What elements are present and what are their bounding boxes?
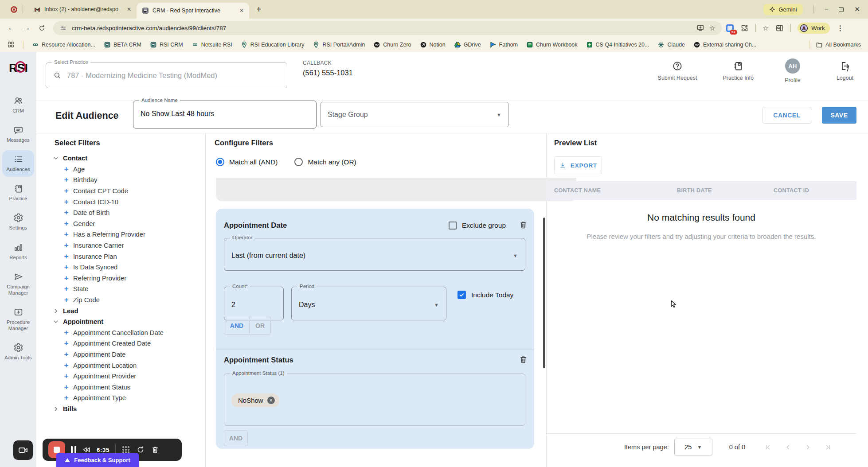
add-filter-icon[interactable]: + (63, 350, 70, 359)
gemini-button[interactable]: Gemini (763, 4, 802, 15)
send-to-device-icon[interactable] (696, 24, 704, 32)
cancel-button[interactable]: CANCEL (762, 107, 811, 124)
delete-group-icon[interactable] (519, 220, 528, 230)
sidebar-item-settings[interactable]: Settings (2, 209, 34, 235)
filter-tree-birthday[interactable]: +Birthday (52, 175, 203, 186)
filter-tree-appointment[interactable]: Appointment (52, 316, 203, 327)
sidebar-item-procedure-manager[interactable]: Procedure Manager (2, 303, 34, 336)
close-tab-icon[interactable]: ✕ (127, 6, 131, 12)
profile-chip[interactable]: Work (798, 23, 830, 34)
add-filter-icon[interactable]: + (63, 198, 70, 206)
page-size-select[interactable]: 25▼ (674, 439, 712, 455)
close-window-button[interactable]: ✕ (854, 5, 860, 13)
forward-button[interactable]: → (20, 21, 34, 35)
bookmark-external-sharing-ch[interactable]: External sharing Ch... (693, 41, 756, 48)
rewind-icon[interactable] (82, 445, 91, 454)
add-filter-icon[interactable]: + (63, 208, 70, 217)
operator-select[interactable]: Operator Last (from current date) ▼ (224, 238, 525, 271)
delete-group-icon[interactable] (519, 355, 528, 364)
apps-grid-icon[interactable] (7, 41, 15, 48)
filter-tree-appointment-status[interactable]: +Appointment Status (52, 381, 203, 393)
back-button[interactable]: ← (4, 21, 19, 35)
add-filter-icon[interactable]: + (63, 372, 70, 381)
last-page-button[interactable] (824, 443, 832, 451)
sidebar-item-practice[interactable]: Practice (2, 179, 34, 206)
save-button[interactable]: SAVE (822, 107, 856, 124)
filter-tree-bills[interactable]: Bills (52, 404, 203, 415)
period-select[interactable]: Period Days ▼ (291, 287, 446, 320)
close-tab-icon[interactable]: ✕ (239, 8, 244, 14)
filter-tree-age[interactable]: +Age (52, 164, 203, 175)
add-filter-icon[interactable]: + (63, 274, 70, 283)
add-filter-icon[interactable]: + (63, 219, 70, 228)
filter-tree-appointment-type[interactable]: +Appointment Type (52, 393, 203, 404)
add-filter-icon[interactable]: + (63, 263, 70, 272)
bookmark-cs-q4-initiatives-20[interactable]: CS Q4 Initiatives 20... (586, 41, 649, 48)
bookmark-churn-workbook[interactable]: Churn Workbook (526, 41, 578, 48)
filter-tree-date-of-birth[interactable]: +Date of Birth (52, 207, 203, 218)
filter-tree-appointment-cancellation-date[interactable]: +Appointment Cancellation Date (52, 327, 203, 339)
header-action-practice-info[interactable]: Practice Info (723, 61, 754, 83)
appointment-status-field[interactable]: Appointment Status (1) NoShow ✕ (224, 374, 525, 426)
filter-tree-lead[interactable]: Lead (52, 305, 203, 316)
include-today-checkbox[interactable]: Include Today (457, 291, 513, 299)
audience-name-input[interactable] (141, 110, 305, 118)
address-bar[interactable]: crm-beta.redspotinteractive.com/audienci… (53, 21, 722, 35)
blur-grid-icon[interactable] (121, 445, 130, 454)
kebab-menu-icon[interactable]: ⋮ (837, 24, 844, 32)
sidebar-item-messages[interactable]: Messages (2, 121, 34, 148)
header-action-profile[interactable]: AHProfile (779, 61, 806, 83)
sidebar-item-crm[interactable]: CRM (2, 92, 34, 118)
add-filter-icon[interactable]: + (63, 230, 70, 239)
add-filter-icon[interactable]: + (63, 361, 70, 370)
feedback-support-tab[interactable]: Feedback & Support (56, 453, 139, 467)
filter-tree-state[interactable]: +State (52, 284, 203, 295)
match-any-radio[interactable]: Match any (OR) (294, 158, 356, 166)
bookmark-beta-crm[interactable]: BETA CRM (104, 41, 141, 48)
select-practice-input[interactable] (67, 71, 280, 80)
filter-tree-contact-cpt-code[interactable]: +Contact CPT Code (52, 186, 203, 197)
bookmark-fathom[interactable]: Fathom (489, 41, 518, 48)
and-button[interactable]: AND (224, 430, 248, 446)
add-filter-icon[interactable]: + (63, 339, 70, 348)
camera-toggle-button[interactable] (13, 440, 33, 460)
or-button[interactable]: OR (250, 317, 271, 335)
scrollbar-thumb[interactable] (543, 218, 545, 368)
bookmark-claude[interactable]: Claude (657, 41, 685, 48)
new-tab-button[interactable]: + (256, 4, 262, 15)
sidebar-item-audiences[interactable]: Audiences (2, 150, 34, 177)
filter-tree-appointment-provider[interactable]: +Appointment Provider (52, 371, 203, 382)
restart-recording-icon[interactable] (136, 445, 145, 454)
bookmark-rsi-crm[interactable]: RSI CRM (150, 41, 183, 48)
bookmark-gdrive[interactable]: GDrive (454, 41, 481, 48)
all-bookmarks-button[interactable]: All Bookmarks (816, 41, 861, 48)
match-all-radio[interactable]: Match all (AND) (216, 158, 278, 166)
previous-page-button[interactable] (784, 443, 792, 451)
filter-tree-appointment-date[interactable]: +Appointment Date (52, 349, 203, 360)
add-filter-icon[interactable]: + (63, 241, 70, 250)
first-page-button[interactable] (764, 443, 772, 451)
filter-tree-insurance-plan[interactable]: +Insurance Plan (52, 251, 203, 262)
add-filter-icon[interactable]: + (63, 383, 70, 392)
delete-recording-icon[interactable] (151, 445, 160, 454)
add-filter-icon[interactable]: + (63, 393, 70, 402)
reload-button[interactable] (35, 21, 49, 35)
filter-tree-is-data-synced[interactable]: +Is Data Synced (52, 262, 203, 273)
extension-icon[interactable]: 9+ (726, 24, 734, 32)
select-practice-field[interactable]: Select Practice (46, 62, 287, 88)
bookmark-churn-zero[interactable]: Churn Zero (373, 41, 411, 48)
bookmark-rsi-portal-admin[interactable]: RSI Portal/Admin (313, 41, 365, 48)
status-chip[interactable]: NoShow ✕ (231, 393, 279, 407)
remove-chip-icon[interactable]: ✕ (267, 397, 275, 404)
side-panel-icon[interactable] (775, 24, 784, 32)
bookmark-rsi-education-library[interactable]: RSI Education Library (241, 41, 305, 48)
add-filter-icon[interactable]: + (63, 296, 70, 304)
filter-tree-insurance-carrier[interactable]: +Insurance Carrier (52, 240, 203, 251)
filter-tree-appointment-location[interactable]: +Appointment Location (52, 360, 203, 371)
filter-tree-contact-icd-10[interactable]: +Contact ICD-10 (52, 196, 203, 207)
filter-tree-has-a-referring-provider[interactable]: +Has a Referring Provider (52, 229, 203, 240)
stage-group-select[interactable]: Stage Group ▼ (320, 102, 509, 127)
add-filter-icon[interactable]: + (63, 284, 70, 293)
header-action-logout[interactable]: Logout (832, 61, 858, 83)
url-text[interactable]: crm-beta.redspotinteractive.com/audienci… (72, 25, 692, 31)
